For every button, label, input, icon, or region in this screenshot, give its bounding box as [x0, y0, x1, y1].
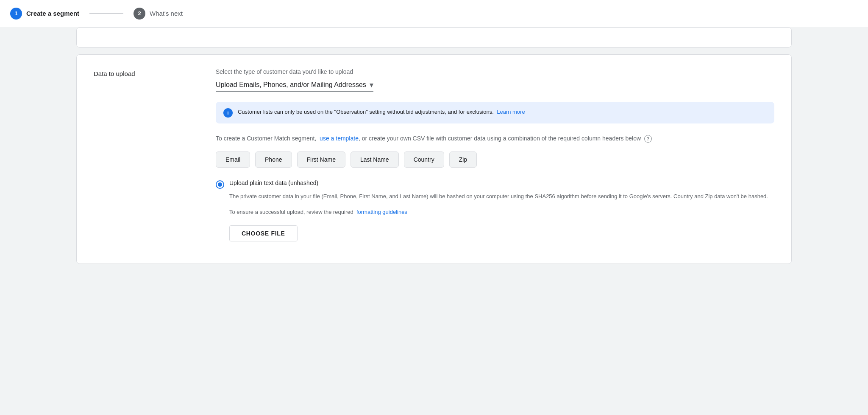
step-2-label: What's next: [150, 10, 183, 17]
section-content: Select the type of customer data you'd l…: [216, 68, 774, 250]
top-card-partial: [76, 27, 792, 48]
step-1-label: Create a segment: [26, 10, 79, 17]
choose-file-button[interactable]: CHOOSE FILE: [229, 225, 298, 241]
chip-last-name: Last Name: [351, 151, 399, 168]
step-2: 2 What's next: [134, 8, 183, 20]
info-icon: i: [223, 108, 233, 118]
stepper-bar: 1 Create a segment 2 What's next: [0, 0, 868, 27]
use-template-link[interactable]: use a template: [320, 135, 359, 142]
radio-button-plain-text[interactable]: [216, 180, 224, 189]
formatting-guidelines-link[interactable]: formatting guidelines: [356, 209, 407, 215]
step-1: 1 Create a segment: [10, 8, 79, 20]
section-row: Data to upload Select the type of custom…: [77, 55, 791, 264]
dropdown-arrow-icon: ▾: [370, 80, 373, 90]
radio-selected-indicator: [218, 182, 222, 187]
chip-zip: Zip: [449, 151, 477, 168]
main-content: Data to upload Select the type of custom…: [0, 27, 868, 288]
step-1-circle: 1: [10, 8, 22, 20]
description-text: To create a Customer Match segment, use …: [216, 134, 774, 143]
radio-label-plain-text: Upload plain text data (unhashed): [229, 179, 318, 186]
chip-first-name: First Name: [297, 151, 345, 168]
section-label: Data to upload: [94, 68, 195, 250]
data-type-dropdown[interactable]: Upload Emails, Phones, and/or Mailing Ad…: [216, 80, 373, 92]
question-icon: ?: [644, 135, 652, 143]
column-chips-row: Email Phone First Name Last Name Country…: [216, 151, 774, 168]
data-upload-card: Data to upload Select the type of custom…: [76, 54, 792, 264]
chip-email: Email: [216, 151, 250, 168]
radio-option-plain-text[interactable]: Upload plain text data (unhashed): [216, 179, 774, 189]
step-2-circle: 2: [134, 8, 145, 20]
upload-note: To ensure a successful upload, review th…: [229, 208, 774, 217]
step-divider: [89, 13, 123, 14]
radio-description: The private customer data in your file (…: [229, 192, 774, 201]
radio-group: Upload plain text data (unhashed) The pr…: [216, 179, 774, 241]
chip-country: Country: [404, 151, 444, 168]
chip-phone: Phone: [255, 151, 292, 168]
dropdown-value: Upload Emails, Phones, and/or Mailing Ad…: [216, 81, 366, 89]
info-banner: i Customer lists can only be used on the…: [216, 102, 774, 123]
learn-more-link[interactable]: Learn more: [497, 109, 525, 115]
section-subtitle: Select the type of customer data you'd l…: [216, 68, 774, 75]
info-banner-text: Customer lists can only be used on the "…: [238, 108, 525, 116]
